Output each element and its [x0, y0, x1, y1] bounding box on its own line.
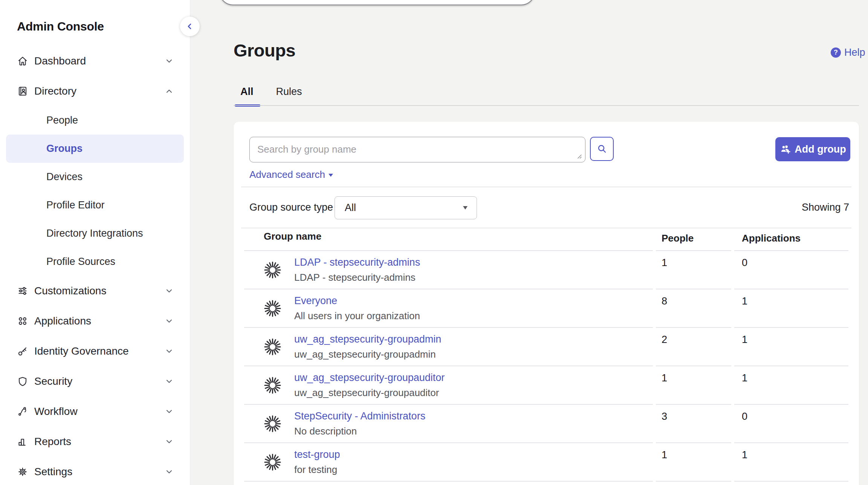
sidebar-item-applications[interactable]: Applications: [0, 306, 190, 336]
sidebar-item-profile-sources[interactable]: Profile Sources: [0, 248, 190, 276]
group-starburst-icon: [264, 376, 281, 394]
sidebar-item-reports[interactable]: Reports: [0, 427, 190, 457]
group-starburst-icon: [264, 338, 281, 356]
people-count: 8: [656, 289, 731, 328]
chevron-down-icon: [165, 347, 173, 355]
group-source-type-select[interactable]: All: [335, 196, 477, 219]
group-name-link[interactable]: test-group: [294, 449, 340, 460]
help-link[interactable]: ? Help: [831, 47, 865, 58]
main-content: Groups ? Help All Rules Add group Advanc…: [190, 0, 868, 485]
sidebar-item-identity-governance[interactable]: Identity Governance: [0, 336, 190, 366]
group-name-link[interactable]: LDAP - stepsecurity-admins: [294, 257, 420, 268]
chevron-down-icon: [165, 438, 173, 446]
group-starburst-icon: [264, 261, 281, 279]
group-search-input[interactable]: [249, 137, 585, 162]
sidebar-item-directory-integrations[interactable]: Directory Integrations: [0, 219, 190, 248]
advanced-search-link[interactable]: Advanced search: [249, 168, 333, 181]
chevron-down-icon: [165, 468, 173, 476]
sidebar-item-customizations[interactable]: Customizations: [0, 276, 190, 306]
tab-baseline: [234, 105, 859, 106]
sidebar-item-devices[interactable]: Devices: [0, 163, 190, 191]
bar-chart-icon: [17, 436, 28, 447]
chevron-down-icon: [165, 317, 173, 325]
tab-bar: All Rules: [240, 86, 302, 98]
chevron-down-icon: [165, 287, 173, 295]
table-row: StepSecurity - Administrators No descrip…: [243, 405, 850, 443]
applications-count: 1: [734, 443, 848, 482]
applications-count: 0: [734, 251, 848, 289]
directory-card-icon: [17, 86, 28, 97]
help-label: Help: [844, 47, 865, 58]
sidebar-item-directory[interactable]: Directory: [0, 76, 190, 106]
group-description: for testing: [294, 464, 340, 475]
column-header-applications[interactable]: Applications: [734, 228, 848, 251]
sidebar-item-settings[interactable]: Settings: [0, 457, 190, 485]
column-header-people[interactable]: People: [656, 228, 731, 251]
sidebar-item-profile-editor[interactable]: Profile Editor: [0, 191, 190, 219]
shield-icon: [17, 376, 28, 387]
sidebar-collapse-button[interactable]: [180, 17, 200, 36]
workflow-icon: [17, 406, 28, 417]
table-row: uw_ag_stepsecurity-groupauditor uw_ag_st…: [243, 366, 850, 405]
group-description: All users in your organization: [294, 310, 420, 321]
people-count: 1: [656, 366, 731, 405]
chevron-down-icon: [165, 57, 173, 65]
search-button[interactable]: [590, 137, 614, 161]
chevron-up-icon: [165, 87, 173, 95]
sidebar: Admin Console Dashboard Directory People: [0, 0, 190, 485]
group-name-link[interactable]: Everyone: [294, 295, 420, 306]
group-name-link[interactable]: StepSecurity - Administrators: [294, 410, 425, 422]
groups-table: Group name People Applications LDAP - st…: [243, 228, 850, 482]
group-description: No description: [294, 425, 425, 437]
people-count: 2: [656, 328, 731, 366]
sliders-icon: [17, 285, 28, 297]
key-icon: [17, 346, 28, 357]
sidebar-item-dashboard[interactable]: Dashboard: [0, 46, 190, 76]
table-row: uw_ag_stepsecurity-groupadmin uw_ag_step…: [243, 328, 850, 366]
showing-count: Showing 7: [802, 199, 849, 216]
apps-grid-icon: [17, 315, 28, 327]
sidebar-item-people[interactable]: People: [0, 106, 190, 135]
search-icon: [597, 144, 607, 154]
people-count: 1: [656, 251, 731, 289]
sidebar-nav: Dashboard Directory People Groups Device…: [0, 46, 190, 485]
group-source-type-label: Group source type: [249, 199, 333, 216]
chevron-left-icon: [185, 21, 195, 31]
group-starburst-icon: [264, 453, 281, 471]
sidebar-item-groups[interactable]: Groups: [6, 135, 184, 163]
global-search-input[interactable]: [219, 0, 535, 5]
tab-all[interactable]: All: [240, 86, 254, 98]
selected-option: All: [345, 202, 356, 214]
column-header-group-name[interactable]: Group name: [244, 228, 653, 251]
add-group-icon: [779, 144, 791, 155]
divider: [241, 187, 851, 187]
group-starburst-icon: [264, 300, 281, 317]
chevron-down-icon: [165, 407, 173, 416]
table-row: LDAP - stepsecurity-admins LDAP - stepse…: [243, 251, 850, 289]
help-icon: ?: [831, 47, 841, 58]
add-group-button[interactable]: Add group: [775, 137, 850, 161]
tab-rules[interactable]: Rules: [276, 86, 302, 98]
group-starburst-icon: [264, 415, 281, 433]
caret-down-icon: [329, 174, 333, 177]
group-description: LDAP - stepsecurity-admins: [294, 272, 420, 283]
group-name-link[interactable]: uw_ag_stepsecurity-groupadmin: [294, 334, 441, 345]
applications-count: 0: [734, 405, 848, 443]
page-title: Groups: [234, 40, 295, 61]
group-description: uw_ag_stepsecurity-groupauditor: [294, 387, 445, 398]
applications-count: 1: [734, 366, 848, 405]
chevron-down-icon: [165, 377, 173, 386]
group-description: uw_ag_stepsecurity-groupadmin: [294, 349, 441, 360]
group-name-link[interactable]: uw_ag_stepsecurity-groupauditor: [294, 372, 445, 383]
people-count: 3: [656, 405, 731, 443]
groups-card: Add group Advanced search Group source t…: [234, 122, 859, 485]
caret-down-icon: [463, 206, 468, 210]
app-title: Admin Console: [17, 20, 104, 34]
table-row: test-group for testing 1 1: [243, 443, 850, 482]
sidebar-item-security[interactable]: Security: [0, 366, 190, 396]
home-icon: [17, 55, 28, 67]
applications-count: 1: [734, 328, 848, 366]
sidebar-item-workflow[interactable]: Workflow: [0, 396, 190, 427]
people-count: 1: [656, 443, 731, 482]
table-header-row: Group name People Applications: [243, 228, 850, 251]
